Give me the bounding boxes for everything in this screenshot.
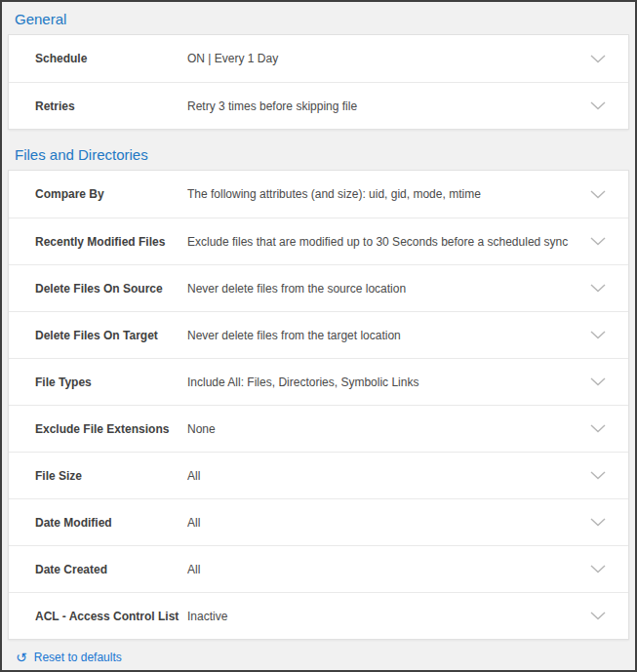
settings-row-date-modified[interactable]: Date Modified All [9,498,628,545]
settings-row-delete-files-on-source[interactable]: Delete Files On Source Never delete file… [9,264,628,311]
section-heading-general: General [2,2,635,34]
chevron-down-icon[interactable] [589,233,607,251]
setting-label: Date Created [35,563,187,576]
setting-label: ACL - Access Control List [35,610,187,623]
chevron-down-icon[interactable] [589,327,607,344]
setting-value: The following attributes (and size): uid… [187,187,589,201]
settings-row-date-created[interactable]: Date Created All [9,545,628,592]
setting-label: Date Modified [35,516,187,530]
setting-label: Schedule [35,52,187,65]
chevron-down-icon[interactable] [589,185,607,203]
setting-value: None [187,422,589,436]
settings-row-compare-by[interactable]: Compare By The following attributes (and… [9,171,628,217]
setting-label: Compare By [35,187,187,201]
general-settings-card: Schedule ON | Every 1 Day Retries Retry … [8,34,629,130]
section-heading-files-and-directories: Files and Directories [2,138,635,170]
setting-value: Inactive [187,610,589,623]
setting-value: Exclude files that are modified up to 30… [187,235,589,249]
reset-icon: ↺ [16,651,27,664]
settings-row-delete-files-on-target[interactable]: Delete Files On Target Never delete file… [9,311,628,358]
settings-row-file-size[interactable]: File Size All [9,452,628,498]
setting-label: Recently Modified Files [35,235,187,249]
chevron-down-icon[interactable] [589,514,607,532]
setting-label: File Types [35,376,187,389]
settings-row-retries[interactable]: Retries Retry 3 times before skipping fi… [9,82,628,129]
setting-label: Delete Files On Source [35,282,187,296]
chevron-down-icon[interactable] [589,98,607,115]
chevron-down-icon[interactable] [589,280,607,297]
setting-label: Retries [35,99,187,113]
setting-label: File Size [35,469,187,483]
setting-value: Never delete files from the target locat… [187,329,589,342]
settings-row-schedule[interactable]: Schedule ON | Every 1 Day [9,35,628,82]
setting-value: Retry 3 times before skipping file [187,99,589,113]
settings-row-exclude-file-extensions[interactable]: Exclude File Extensions None [9,405,628,452]
reset-to-defaults-button[interactable]: ↺ Reset to defaults [16,651,122,664]
setting-value: All [187,563,589,576]
chevron-down-icon[interactable] [589,561,607,578]
sync-settings-panel: General Schedule ON | Every 1 Day Retrie… [0,0,637,672]
setting-label: Exclude File Extensions [35,422,187,436]
chevron-down-icon[interactable] [589,467,607,485]
setting-value: Never delete files from the source locat… [187,282,589,296]
chevron-down-icon[interactable] [589,420,607,438]
settings-row-recently-modified-files[interactable]: Recently Modified Files Exclude files th… [9,217,628,264]
chevron-down-icon[interactable] [589,374,607,391]
setting-value: All [187,469,589,483]
setting-label: Delete Files On Target [35,329,187,342]
settings-row-acl-access-control-list[interactable]: ACL - Access Control List Inactive [9,592,628,639]
chevron-down-icon[interactable] [589,50,607,67]
setting-value: ON | Every 1 Day [187,52,589,65]
footer-bar: ↺ Reset to defaults [2,644,635,670]
files-and-directories-card: Compare By The following attributes (and… [8,170,629,640]
setting-value: All [187,516,589,530]
setting-value: Include All: Files, Directories, Symboli… [187,376,589,389]
reset-to-defaults-label: Reset to defaults [34,651,122,664]
chevron-down-icon[interactable] [589,608,607,625]
settings-row-file-types[interactable]: File Types Include All: Files, Directori… [9,358,628,405]
